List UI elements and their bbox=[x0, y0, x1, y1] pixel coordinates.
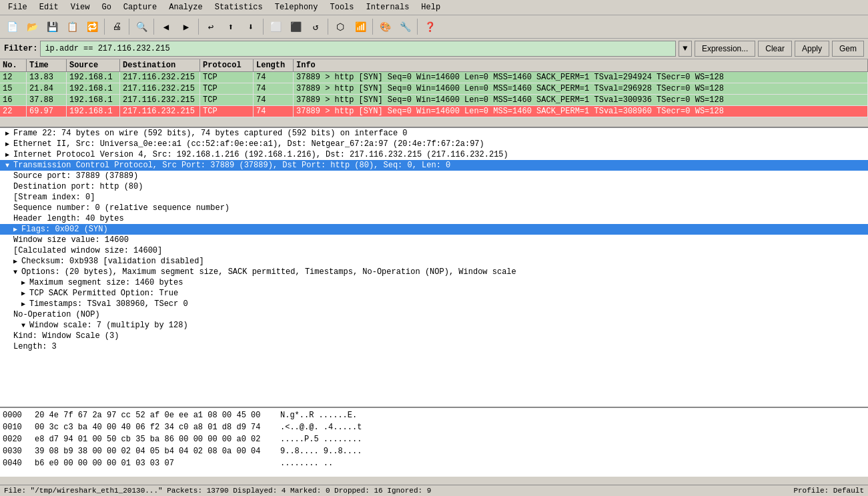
packet-cell-no: 22 bbox=[0, 106, 27, 117]
back-btn[interactable]: ◀ bbox=[157, 17, 175, 36]
detail-item[interactable]: Window scale: 7 (multiply by 128) bbox=[0, 320, 868, 331]
detail-item[interactable]: Timestamps: TSval 308960, TSecr 0 bbox=[0, 299, 868, 309]
capture-stop-btn[interactable]: ⬛ bbox=[286, 17, 305, 36]
detail-item[interactable]: Window size value: 14600 bbox=[0, 235, 868, 245]
capture-start-btn[interactable]: ⬜ bbox=[266, 17, 285, 36]
hex-panel: 000020 4e 7f 67 2a 97 cc 52 af 0e ee a1 … bbox=[0, 407, 868, 477]
detail-item[interactable]: Length: 3 bbox=[0, 341, 868, 352]
hex-offset: 0040 bbox=[3, 457, 29, 469]
detail-item[interactable]: Maximum segment size: 1460 bytes bbox=[0, 277, 868, 288]
menu-item-help[interactable]: Help bbox=[416, 1, 446, 13]
col-info[interactable]: Info bbox=[294, 59, 868, 71]
detail-item[interactable]: Frame 22: 74 bytes on wire (592 bits), 7… bbox=[0, 128, 868, 139]
packet-cell-destination: 217.116.232.215 bbox=[120, 95, 200, 105]
menu-item-tools[interactable]: Tools bbox=[325, 1, 360, 13]
new-file-btn[interactable]: 📄 bbox=[3, 17, 21, 36]
print-btn[interactable]: 🖨 bbox=[107, 17, 126, 36]
detail-item[interactable]: Destination port: http (80) bbox=[0, 181, 868, 192]
menu-item-go[interactable]: Go bbox=[96, 1, 116, 13]
first-btn[interactable]: ⬆ bbox=[222, 17, 240, 36]
col-source[interactable]: Source bbox=[67, 59, 120, 71]
hex-bytes: 20 4e 7f 67 2a 97 cc 52 af 0e ee a1 08 0… bbox=[35, 409, 275, 421]
packet-cell-info: 37889 > http [SYN] Seq=0 Win=14600 Len=0… bbox=[294, 72, 868, 83]
packet-list-rows[interactable]: 1213.83192.168.1217.116.232.215TCP743788… bbox=[0, 72, 868, 127]
menu-bar: FileEditViewGoCaptureAnalyzeStatisticsTe… bbox=[0, 0, 868, 15]
detail-item[interactable]: Flags: 0x002 (SYN) bbox=[0, 224, 868, 235]
detail-item[interactable]: [Calculated window size: 14600] bbox=[0, 245, 868, 256]
expression-button[interactable]: Expression... bbox=[695, 41, 755, 57]
packet-cell-protocol: TCP bbox=[200, 72, 254, 83]
detail-item[interactable]: [Stream index: 0] bbox=[0, 192, 868, 203]
hex-ascii: ........ .. bbox=[280, 457, 333, 469]
filter-input[interactable] bbox=[40, 41, 675, 57]
col-destination[interactable]: Destination bbox=[120, 59, 200, 71]
packet-cell-source: 192.168.1 bbox=[67, 83, 120, 94]
hex-bytes: e8 d7 94 01 00 50 cb 35 ba 86 00 00 00 0… bbox=[35, 433, 275, 445]
menu-item-file[interactable]: File bbox=[3, 1, 33, 13]
toolbar-separator bbox=[372, 19, 373, 35]
go-to-btn[interactable]: ↩ bbox=[201, 17, 220, 36]
menu-item-statistics[interactable]: Statistics bbox=[209, 1, 268, 13]
detail-item[interactable]: Internet Protocol Version 4, Src: 192.16… bbox=[0, 149, 868, 160]
hex-bytes: 39 08 b9 38 00 00 02 04 05 b4 04 02 08 0… bbox=[35, 445, 275, 457]
hex-offset: 0010 bbox=[3, 421, 29, 433]
packet-list-header: No. Time Source Destination Protocol Len… bbox=[0, 59, 868, 72]
menu-item-edit[interactable]: Edit bbox=[34, 1, 64, 13]
filter-arrow-btn[interactable]: ▼ bbox=[679, 41, 692, 57]
packet-cell-source: 192.168.1 bbox=[67, 106, 120, 117]
gem-button[interactable]: Gem bbox=[832, 41, 864, 57]
opts-btn[interactable]: ⬡ bbox=[331, 17, 350, 36]
apply-button[interactable]: Apply bbox=[795, 41, 829, 57]
interfaces-btn[interactable]: 📶 bbox=[351, 17, 370, 36]
toolbar-separator bbox=[104, 19, 105, 35]
table-row[interactable]: 1637.88192.168.1217.116.232.215TCP743788… bbox=[0, 95, 868, 106]
detail-item[interactable]: Sequence number: 0 (relative sequence nu… bbox=[0, 203, 868, 213]
capture-restart-btn[interactable]: ↺ bbox=[306, 17, 325, 36]
reload-file-btn[interactable]: 🔁 bbox=[83, 17, 101, 36]
detail-item[interactable]: Header length: 40 bytes bbox=[0, 213, 868, 224]
last-btn[interactable]: ⬇ bbox=[242, 17, 260, 36]
menu-item-capture[interactable]: Capture bbox=[118, 1, 162, 13]
packet-cell-destination: 217.116.232.215 bbox=[120, 83, 200, 94]
hex-row: 000020 4e 7f 67 2a 97 cc 52 af 0e ee a1 … bbox=[3, 409, 865, 421]
packet-cell-destination: 217.116.232.215 bbox=[120, 106, 200, 117]
table-row[interactable]: 1213.83192.168.1217.116.232.215TCP743788… bbox=[0, 72, 868, 83]
detail-item[interactable]: Kind: Window Scale (3) bbox=[0, 331, 868, 341]
detail-item[interactable]: Options: (20 bytes), Maximum segment siz… bbox=[0, 267, 868, 277]
packet-cell-length: 74 bbox=[254, 83, 294, 94]
col-time[interactable]: Time bbox=[27, 59, 67, 71]
help-btn[interactable]: ❓ bbox=[420, 17, 439, 36]
menu-item-internals[interactable]: Internals bbox=[361, 1, 415, 13]
menu-item-view[interactable]: View bbox=[65, 1, 95, 13]
toolbar-separator bbox=[328, 19, 328, 35]
color-btn[interactable]: 🎨 bbox=[376, 17, 394, 36]
clear-button[interactable]: Clear bbox=[758, 41, 792, 57]
prefs-btn[interactable]: 🔧 bbox=[396, 17, 414, 36]
packet-cell-time: 13.83 bbox=[27, 72, 67, 83]
table-row[interactable]: 1521.84192.168.1217.116.232.215TCP743788… bbox=[0, 83, 868, 95]
find-btn[interactable]: 🔍 bbox=[132, 17, 151, 36]
save-file-btn[interactable]: 💾 bbox=[43, 17, 61, 36]
forward-btn[interactable]: ▶ bbox=[177, 17, 195, 36]
col-protocol[interactable]: Protocol bbox=[200, 59, 254, 71]
packet-cell-source: 192.168.1 bbox=[67, 95, 120, 105]
hex-ascii: N.g*..R ......E. bbox=[280, 409, 357, 421]
col-length[interactable]: Length bbox=[254, 59, 294, 71]
detail-item[interactable]: Transmission Control Protocol, Src Port:… bbox=[0, 160, 868, 171]
menu-item-analyze[interactable]: Analyze bbox=[163, 1, 207, 13]
menu-item-telephony[interactable]: Telephony bbox=[270, 1, 324, 13]
col-no[interactable]: No. bbox=[0, 59, 27, 71]
detail-item[interactable]: TCP SACK Permitted Option: True bbox=[0, 288, 868, 299]
detail-item[interactable]: No-Operation (NOP) bbox=[0, 309, 868, 320]
hex-ascii: .....P.5 ........ bbox=[280, 433, 362, 445]
detail-item[interactable]: Checksum: 0xb938 [validation disabled] bbox=[0, 256, 868, 267]
close-opts-btn[interactable]: 📋 bbox=[63, 17, 81, 36]
open-file-btn[interactable]: 📂 bbox=[23, 17, 41, 36]
hex-row: 0040b6 e0 00 00 00 00 01 03 03 07.......… bbox=[3, 457, 865, 469]
packet-cell-info: 37889 > http [SYN] Seq=0 Win=14600 Len=0… bbox=[294, 83, 868, 94]
filter-label: Filter: bbox=[4, 44, 37, 53]
hex-row: 001000 3c c3 ba 40 00 40 06 f2 34 c0 a8 … bbox=[3, 421, 865, 433]
detail-item[interactable]: Source port: 37889 (37889) bbox=[0, 171, 868, 181]
detail-item[interactable]: Ethernet II, Src: Universa_0e:ee:a1 (cc:… bbox=[0, 139, 868, 149]
table-row[interactable]: 2269.97192.168.1217.116.232.215TCP743788… bbox=[0, 106, 868, 117]
